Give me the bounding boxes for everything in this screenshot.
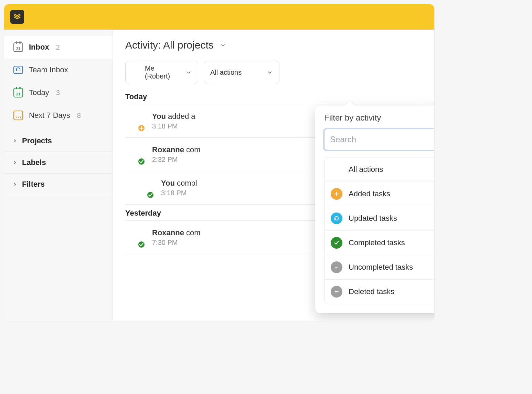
activity-group-heading: Today	[125, 92, 422, 101]
activity-text: You compl	[161, 179, 197, 188]
activity-filter-option[interactable]: All actions	[324, 157, 434, 182]
activity-filter-option[interactable]: Updated tasks	[324, 206, 434, 230]
avatar	[134, 179, 153, 198]
activity-text: You added a	[152, 112, 195, 121]
avatar	[132, 68, 141, 77]
activity-time: 7:30 PM	[152, 239, 201, 247]
chevron-down-icon	[185, 69, 192, 75]
sidebar-section-filters[interactable]: Filters	[4, 174, 113, 195]
activity-filter-option[interactable]: Deleted tasks	[324, 279, 434, 304]
chevron-right-icon	[12, 181, 18, 187]
avatar	[125, 228, 145, 248]
sidebar-item-today[interactable]: 21 Today 3	[4, 81, 113, 104]
main-content: Activity: All projects Me (Robert) A	[113, 30, 434, 321]
svg-point-0	[335, 267, 336, 268]
check-badge-icon	[138, 241, 145, 248]
sidebar-item-team-inbox[interactable]: Team Inbox	[4, 59, 113, 81]
minus-icon	[331, 286, 342, 298]
filter-person-label: Me (Robert)	[145, 64, 181, 80]
svg-point-2	[338, 267, 338, 268]
app-window: 21 Inbox 2 Team Inbox 21 Today 3	[4, 4, 434, 321]
calendar-week-icon	[13, 110, 23, 121]
svg-point-1	[336, 267, 337, 268]
page-header[interactable]: Activity: All projects	[125, 39, 422, 51]
activity-filter-option[interactable]: Added tasks	[324, 182, 434, 206]
sidebar-item-label: Next 7 Days	[29, 111, 70, 120]
sidebar: 21 Inbox 2 Team Inbox 21 Today 3	[4, 30, 113, 321]
chevron-right-icon	[12, 159, 18, 166]
filter-person[interactable]: Me (Robert)	[125, 61, 198, 84]
sidebar-section-label: Labels	[22, 158, 46, 167]
sidebar-item-count: 8	[77, 112, 81, 120]
sidebar-item-count: 2	[56, 43, 60, 51]
blank-icon	[331, 164, 342, 175]
popover-title: Filter by activity	[324, 113, 381, 123]
topbar	[4, 4, 434, 30]
chevron-right-icon	[12, 138, 18, 144]
filter-action-label: All actions	[210, 69, 242, 76]
check-badge-icon	[138, 158, 145, 165]
filters-row: Me (Robert) All actions	[125, 61, 422, 84]
chevron-down-icon	[220, 42, 226, 48]
option-label: Deleted tasks	[349, 287, 394, 296]
calendar-icon: 21	[13, 42, 23, 52]
activity-filter-search-input[interactable]	[324, 129, 434, 150]
calendar-today-icon: 21	[13, 87, 23, 98]
activity-time: 3:18 PM	[161, 189, 197, 197]
refresh-icon	[331, 212, 342, 224]
sidebar-item-inbox[interactable]: 21 Inbox 2	[4, 36, 113, 59]
filter-action[interactable]: All actions	[204, 61, 279, 84]
avatar	[125, 145, 145, 165]
sidebar-section-labels[interactable]: Labels	[4, 152, 113, 174]
sidebar-item-label: Today	[29, 88, 49, 97]
sidebar-item-next7days[interactable]: Next 7 Days 8	[4, 104, 113, 127]
activity-filter-option[interactable]: Completed tasks	[324, 230, 434, 255]
sidebar-section-label: Projects	[22, 136, 52, 145]
sidebar-section-label: Filters	[22, 180, 45, 189]
dots-icon	[331, 261, 342, 273]
option-label: All actions	[349, 165, 383, 174]
option-label: Updated tasks	[349, 214, 397, 223]
activity-text: Roxanne com	[152, 228, 201, 237]
tray-icon	[13, 65, 23, 75]
option-label: Completed tasks	[349, 238, 405, 247]
activity-time: 3:18 PM	[152, 122, 195, 130]
sidebar-item-label: Inbox	[29, 43, 49, 52]
chevron-down-icon	[267, 69, 273, 75]
avatar	[125, 112, 145, 131]
option-label: Uncompleted tasks	[349, 263, 413, 272]
check-icon	[331, 237, 342, 249]
page-title: Activity: All projects	[125, 39, 214, 51]
logo-icon	[13, 13, 21, 21]
activity-text: Roxanne com	[152, 145, 201, 154]
plus-icon	[331, 188, 342, 200]
option-label: Added tasks	[349, 189, 390, 198]
sidebar-section-projects[interactable]: Projects	[4, 130, 113, 152]
sidebar-item-count: 3	[56, 89, 60, 97]
sidebar-item-label: Team Inbox	[29, 65, 68, 74]
activity-filter-options: All actionsAdded tasksUpdated tasksCompl…	[324, 157, 434, 304]
activity-filter-option[interactable]: Uncompleted tasks	[324, 255, 434, 279]
activity-time: 2:32 PM	[152, 156, 201, 164]
plus-badge-icon	[138, 124, 145, 132]
app-logo[interactable]	[10, 10, 24, 24]
check-badge-icon	[147, 191, 154, 199]
activity-filter-popover: Filter by activity All actionsAdded task…	[315, 105, 434, 313]
